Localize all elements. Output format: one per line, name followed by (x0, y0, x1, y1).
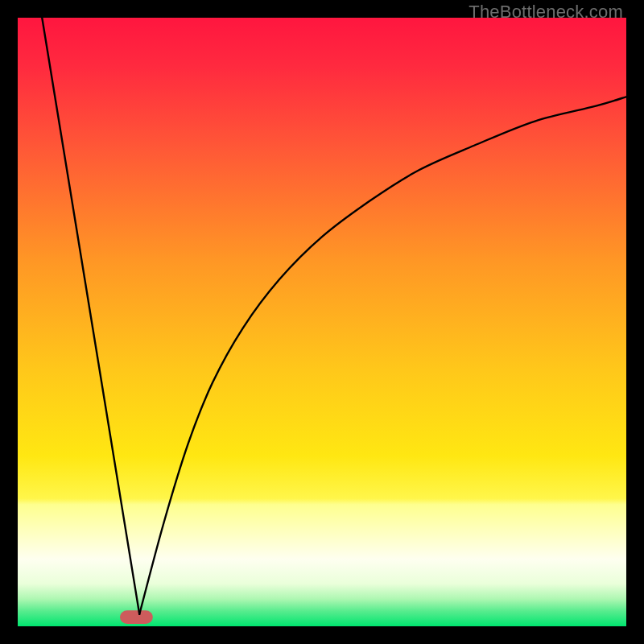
gradient-background (18, 18, 626, 626)
optimum-marker (120, 610, 153, 624)
watermark-text: TheBottleneck.com (469, 2, 623, 23)
chart-svg (18, 18, 626, 626)
chart-frame (18, 18, 626, 626)
